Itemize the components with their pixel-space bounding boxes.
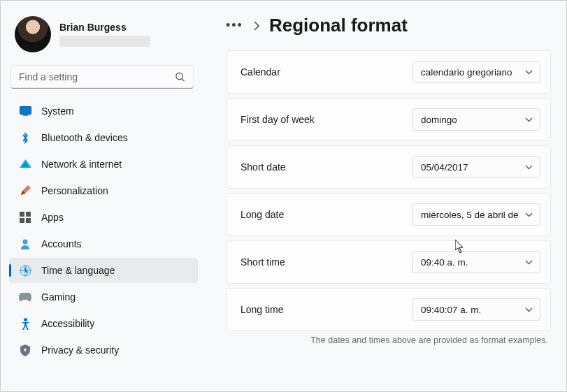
setting-label: Long time <box>241 304 283 315</box>
privacy-icon <box>19 344 31 356</box>
svg-rect-13 <box>24 349 25 351</box>
svg-point-11 <box>24 318 27 321</box>
nav-label: Personalization <box>41 185 108 196</box>
chevron-down-icon <box>525 212 533 217</box>
svg-rect-7 <box>26 218 31 223</box>
network-icon <box>19 158 31 170</box>
breadcrumb-chevron-icon[interactable] <box>253 21 259 31</box>
accessibility-icon <box>19 317 31 330</box>
nav-label: Apps <box>41 212 64 223</box>
setting-calendar: Calendar calendario gregoriano <box>226 50 551 94</box>
avatar <box>15 16 51 52</box>
nav-system[interactable]: System <box>9 99 198 124</box>
dropdown-value: miércoles, 5 de abril de <box>421 210 525 220</box>
apps-icon <box>19 211 31 224</box>
dropdown-value: domingo <box>421 115 525 125</box>
nav-apps[interactable]: Apps <box>9 205 198 230</box>
search-input[interactable] <box>10 65 194 89</box>
calendar-dropdown[interactable]: calendario gregoriano <box>412 61 540 83</box>
svg-rect-5 <box>26 212 31 217</box>
bluetooth-icon <box>19 131 31 144</box>
setting-long-time: Long time 09:40:07 a. m. <box>226 288 551 331</box>
setting-label: Calendar <box>241 66 280 78</box>
chevron-down-icon <box>525 70 533 75</box>
chevron-down-icon <box>525 260 533 265</box>
footer-note: The dates and times above are provided a… <box>226 335 551 345</box>
svg-line-1 <box>182 79 184 81</box>
svg-rect-4 <box>20 212 24 217</box>
dropdown-value: calendario gregoriano <box>421 67 525 78</box>
nav-label: Privacy & security <box>41 344 119 356</box>
page-title: Regional format <box>269 15 408 36</box>
header: ••• Regional format <box>226 15 551 36</box>
svg-point-0 <box>176 73 182 79</box>
setting-long-date: Long date miércoles, 5 de abril de <box>226 193 551 236</box>
nav-label: Time & language <box>41 265 115 276</box>
dropdown-value: 05/04/2017 <box>421 162 525 173</box>
dropdown-value: 09:40:07 a. m. <box>421 305 525 315</box>
settings-list: Calendar calendario gregoriano First day… <box>226 50 551 331</box>
setting-label: Short date <box>241 161 286 173</box>
first-day-dropdown[interactable]: domingo <box>412 108 540 131</box>
search-icon <box>175 72 185 82</box>
nav-label: Gaming <box>41 291 76 303</box>
dropdown-value: 09:40 a. m. <box>421 257 525 268</box>
system-icon <box>19 105 31 117</box>
nav-network[interactable]: Network & internet <box>9 152 198 177</box>
nav-bluetooth[interactable]: Bluetooth & devices <box>9 125 198 150</box>
setting-label: Long date <box>241 209 284 220</box>
main-content: ••• Regional format Calendar calendario … <box>203 1 566 391</box>
short-date-dropdown[interactable]: 05/04/2017 <box>412 156 540 178</box>
time-language-icon <box>19 264 31 277</box>
accounts-icon <box>19 238 31 250</box>
setting-label: First day of week <box>241 114 315 125</box>
chevron-down-icon <box>525 165 533 170</box>
setting-short-date: Short date 05/04/2017 <box>226 145 551 189</box>
setting-label: Short time <box>241 256 285 268</box>
svg-point-8 <box>23 240 28 245</box>
nav-personalization[interactable]: Personalization <box>9 178 198 203</box>
breadcrumb-more-icon[interactable]: ••• <box>226 18 243 33</box>
sidebar: Brian Burgess System Bluetooth & devi <box>1 1 203 391</box>
nav-privacy[interactable]: Privacy & security <box>9 337 198 363</box>
profile-subtext-redacted <box>59 36 150 47</box>
nav-accounts[interactable]: Accounts <box>9 231 198 256</box>
svg-rect-2 <box>20 107 31 115</box>
long-date-dropdown[interactable]: miércoles, 5 de abril de <box>412 203 540 226</box>
chevron-down-icon <box>525 117 533 122</box>
search-container <box>10 65 194 89</box>
chevron-down-icon <box>525 307 533 312</box>
nav-label: System <box>41 106 74 117</box>
svg-rect-6 <box>20 218 24 223</box>
nav-label: Network & internet <box>41 159 122 170</box>
nav-label: Accessibility <box>41 318 94 329</box>
setting-first-day: First day of week domingo <box>226 98 551 141</box>
profile-name: Brian Burgess <box>59 22 150 33</box>
short-time-dropdown[interactable]: 09:40 a. m. <box>412 251 540 273</box>
nav-gaming[interactable]: Gaming <box>9 284 198 310</box>
gaming-icon <box>19 291 31 303</box>
setting-short-time: Short time 09:40 a. m. <box>226 240 551 284</box>
nav-time-language[interactable]: Time & language <box>9 258 198 283</box>
nav-accessibility[interactable]: Accessibility <box>9 311 198 336</box>
nav-label: Bluetooth & devices <box>41 132 128 143</box>
nav-label: Accounts <box>41 238 82 249</box>
profile[interactable]: Brian Burgess <box>9 13 198 62</box>
personalization-icon <box>19 184 31 197</box>
long-time-dropdown[interactable]: 09:40:07 a. m. <box>412 298 540 321</box>
svg-rect-3 <box>23 115 28 116</box>
nav: System Bluetooth & devices Network & int… <box>9 99 198 363</box>
